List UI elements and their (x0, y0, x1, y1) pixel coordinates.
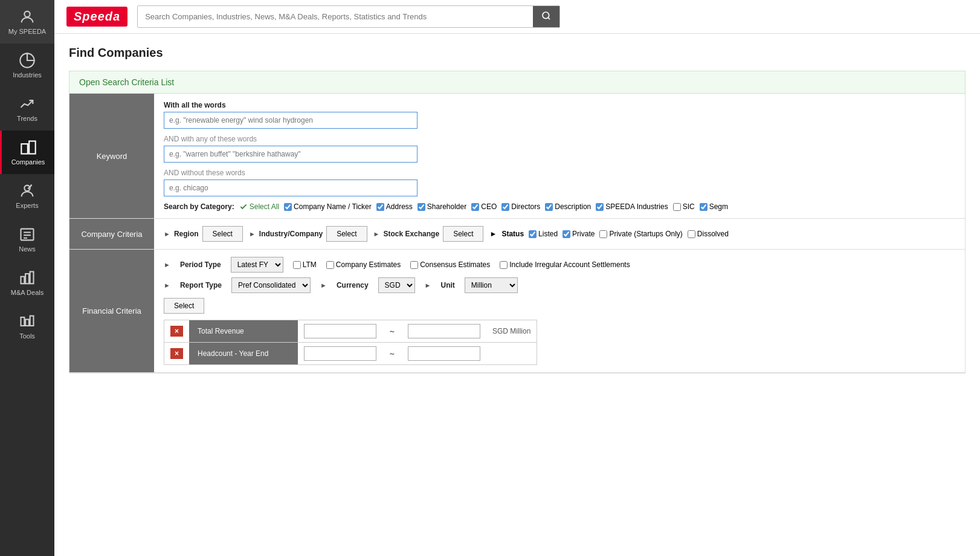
svg-rect-1 (21, 144, 28, 154)
cat-description[interactable]: Description (545, 202, 591, 211)
irregular-check[interactable]: Include Irregular Account Settlements (500, 260, 630, 269)
sidebar-label-news: News (19, 245, 36, 253)
sidebar-item-news[interactable]: News (0, 218, 54, 261)
remove-cell-1: × (164, 320, 190, 343)
cat-segm[interactable]: Segm (700, 202, 728, 211)
sidebar-item-companies[interactable]: Companies (0, 131, 54, 174)
remove-total-revenue-button[interactable]: × (170, 326, 183, 337)
cat-sic[interactable]: SIC (673, 202, 695, 211)
region-select-button[interactable]: Select (202, 226, 243, 242)
and-any-words-label: AND with any of these words (164, 135, 955, 143)
industry-label: Industry/Company (259, 230, 323, 238)
news-icon (19, 226, 36, 243)
total-revenue-min-input[interactable] (304, 324, 376, 338)
status-listed[interactable]: Listed (529, 230, 558, 238)
and-without-words-label: AND without these words (164, 169, 955, 177)
company-estimates-check[interactable]: Company Estimates (326, 260, 401, 269)
sidebar-label-tools: Tools (19, 332, 35, 340)
consensus-estimates-check[interactable]: Consensus Estimates (410, 260, 490, 269)
page-content: Find Companies Open Search Criteria List… (54, 34, 980, 556)
cat-speeda-industries[interactable]: SPEEDA Industries (596, 202, 668, 211)
cat-ceo[interactable]: CEO (471, 202, 497, 211)
and-without-words-input[interactable] (164, 179, 417, 196)
category-row: Search by Category: Select All Company N… (164, 202, 955, 211)
cat-shareholder[interactable]: Shareholder (417, 202, 466, 211)
headcount-max-input[interactable] (408, 346, 480, 361)
svg-rect-15 (25, 320, 29, 326)
company-criteria-section: Company Criteria ► Region Select ► Indus… (69, 219, 965, 250)
report-row: ► Report Type Pref Consolidated Consolid… (164, 277, 955, 293)
sidebar-label-experts: Experts (16, 202, 38, 209)
unit-select[interactable]: Million Thousand Billion (465, 277, 518, 293)
company-criteria-content: ► Region Select ► Industry/Company Selec… (154, 219, 965, 249)
search-form: Keyword With all the words AND with any … (69, 94, 965, 373)
sidebar-item-industries[interactable]: Industries (0, 44, 54, 87)
cat-address[interactable]: Address (376, 202, 413, 211)
remove-headcount-button[interactable]: × (170, 348, 183, 359)
svg-rect-13 (30, 272, 34, 284)
sidebar-item-trends[interactable]: Trends (0, 87, 54, 131)
financial-select-button[interactable]: Select (164, 298, 204, 314)
industry-arrow: ► (249, 230, 256, 238)
headcount-max-cell (402, 343, 486, 365)
stock-select-button[interactable]: Select (443, 226, 483, 242)
deals-icon (19, 270, 36, 286)
select-all-button[interactable]: Select All (239, 202, 279, 211)
ltm-check[interactable]: LTM (293, 260, 317, 269)
logo: Speeda (66, 7, 127, 27)
sidebar-item-experts[interactable]: Experts (0, 174, 54, 218)
currency-select[interactable]: SGD USD EUR JPY (378, 277, 415, 293)
report-type-select[interactable]: Pref Consolidated Consolidated Non-Conso… (231, 277, 311, 293)
currency-label: Currency (337, 281, 369, 289)
region-arrow: ► (164, 230, 170, 238)
period-arrow: ► (164, 261, 170, 268)
svg-point-0 (24, 11, 30, 17)
global-search-button[interactable] (533, 6, 559, 27)
trends-icon (19, 95, 36, 112)
main-content: Speeda Find Companies Open Search Criter… (54, 0, 980, 556)
total-revenue-max-cell (402, 320, 486, 343)
pie-chart-icon (19, 52, 36, 69)
open-criteria-bar: Open Search Criteria List (69, 71, 965, 94)
status-private[interactable]: Private (563, 230, 595, 238)
criteria-row: ► Region Select ► Industry/Company Selec… (164, 226, 955, 242)
with-all-words-row: With all the words (164, 101, 955, 129)
headcount-min-input[interactable] (304, 346, 376, 361)
category-label: Search by Category: (164, 202, 234, 211)
page-title: Find Companies (69, 46, 965, 60)
checkmark-icon (239, 202, 248, 211)
with-all-words-input[interactable] (164, 112, 417, 129)
cat-company-name[interactable]: Company Name / Ticker (284, 202, 372, 211)
headcount-label: Headcount - Year End (189, 343, 298, 365)
financial-criteria-label: Financial Criteria (69, 250, 154, 372)
period-type-select[interactable]: Latest FY Latest FQ Annual Quarterly (231, 257, 283, 273)
stock-arrow: ► (373, 230, 380, 238)
status-dissolved[interactable]: Dissolved (688, 230, 729, 238)
unit-label: Unit (440, 281, 454, 289)
industry-select-button[interactable]: Select (326, 226, 367, 242)
and-any-words-input[interactable] (164, 146, 417, 163)
global-search-input[interactable] (138, 6, 533, 27)
unit-arrow: ► (425, 282, 431, 289)
stock-group: ► Stock Exchange Select (373, 226, 484, 242)
svg-rect-12 (25, 274, 29, 283)
cat-directors[interactable]: Directors (501, 202, 540, 211)
companies-icon (20, 139, 37, 156)
total-revenue-max-input[interactable] (408, 324, 480, 338)
report-type-label: Report Type (180, 281, 222, 289)
currency-arrow: ► (320, 282, 327, 289)
stock-label: Stock Exchange (383, 230, 439, 238)
status-private-startups[interactable]: Private (Startups Only) (599, 230, 682, 238)
svg-rect-14 (21, 317, 25, 326)
sidebar-item-tools[interactable]: Tools (0, 305, 54, 348)
headcount-unit (486, 343, 537, 365)
sidebar-item-maDeals[interactable]: M&A Deals (0, 261, 54, 305)
sidebar-item-myspeeda[interactable]: My SPEEDA (0, 0, 54, 44)
status-arrow: ► (489, 230, 497, 238)
experts-icon (19, 183, 36, 199)
period-type-label: Period Type (180, 260, 221, 269)
status-group: ► Status Listed Private (489, 230, 728, 238)
open-criteria-link[interactable]: Open Search Criteria List (79, 77, 174, 87)
table-row: × Headcount - Year End ～ (164, 343, 537, 365)
sidebar-label-maDeals: M&A Deals (11, 289, 44, 296)
